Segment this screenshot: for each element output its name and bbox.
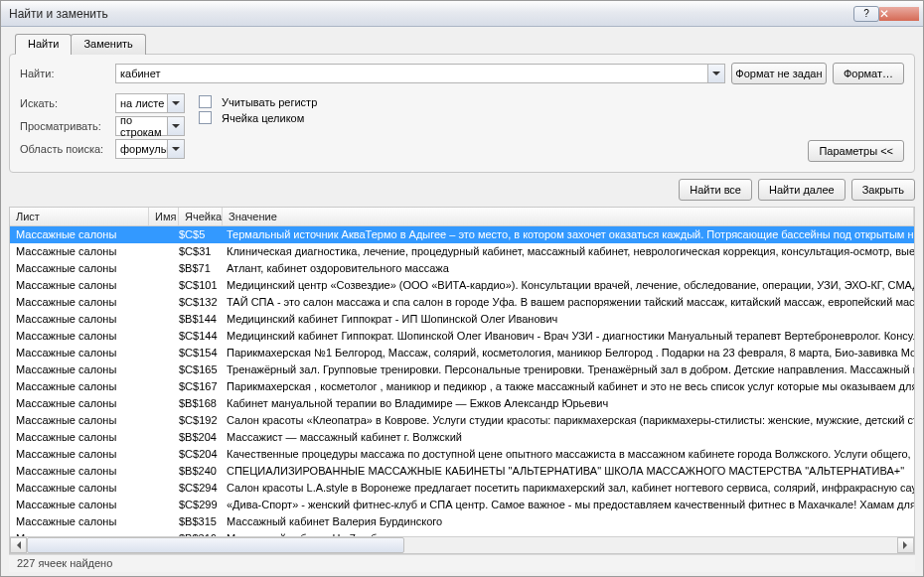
result-name <box>149 395 179 411</box>
result-value: Парикмахерская №1 Белгород, Массаж, соля… <box>223 345 914 361</box>
result-cell: $C$31 <box>179 243 223 259</box>
result-cell: $C$204 <box>179 446 223 462</box>
result-row[interactable]: Массажные салоны$B$144Медицинский кабине… <box>10 311 914 328</box>
close-button[interactable]: Закрыть <box>851 179 915 201</box>
result-row[interactable]: Массажные салоны$C$299«Дива-Спорт» - жен… <box>10 497 914 513</box>
result-cell: $B$240 <box>179 463 223 479</box>
tab-replace[interactable]: Заменить <box>71 34 145 55</box>
result-sheet: Массажные салоны <box>10 395 149 411</box>
match-case-checkbox[interactable] <box>199 95 212 108</box>
search-direction-select[interactable]: по строкам <box>115 116 185 136</box>
result-sheet: Массажные салоны <box>10 463 149 479</box>
whole-cell-label: Ячейка целиком <box>222 112 304 124</box>
close-window-button[interactable]: ✕ <box>879 7 919 21</box>
result-row[interactable]: Массажные салоны$C$132ТАЙ СПА - это сало… <box>10 294 914 311</box>
result-cell: $C$192 <box>179 412 223 428</box>
result-value: Качественные процедуры массажа по доступ… <box>223 446 914 462</box>
result-cell: $C$132 <box>179 294 223 310</box>
result-value: Медицинский центр «Созвездие» (ООО «ВИТА… <box>223 277 914 293</box>
search-direction-value: по строкам <box>120 114 166 138</box>
result-name <box>149 243 179 259</box>
result-name <box>149 345 179 361</box>
search-direction-label: Просматривать: <box>20 120 109 132</box>
result-value: Тренажёрный зал. Групповые тренировки. П… <box>223 361 914 377</box>
result-row[interactable]: Массажные салоны$C$294Салон красоты L.A.… <box>10 480 914 497</box>
find-input[interactable]: кабинет <box>115 64 725 83</box>
horizontal-scrollbar[interactable] <box>10 536 914 553</box>
result-name <box>149 429 179 445</box>
result-row[interactable]: Массажные салоны$C$192Салон красоты «Кле… <box>10 412 914 429</box>
status-bar: 227 ячеек найдено <box>9 554 915 572</box>
col-value[interactable]: Значение <box>223 208 914 225</box>
chevron-down-icon[interactable] <box>167 140 184 158</box>
look-in-label: Область поиска: <box>20 143 109 155</box>
result-cell: $C$165 <box>179 361 223 377</box>
result-sheet: Массажные салоны <box>10 277 149 293</box>
result-row[interactable]: Массажные салоны$C$165Тренажёрный зал. Г… <box>10 361 914 378</box>
result-sheet: Массажные салоны <box>10 361 149 377</box>
result-row[interactable]: Массажные салоны$B$315Массажный кабинет … <box>10 513 914 530</box>
chevron-down-icon[interactable] <box>167 117 184 135</box>
result-value: Салон красоты «Клеопатра» в Коврове. Усл… <box>223 412 914 428</box>
find-input-value: кабинет <box>120 68 160 79</box>
result-value: Массажный кабинет Валерия Бурдинского <box>223 513 914 529</box>
help-button[interactable]: ? <box>853 6 879 22</box>
look-in-select[interactable]: формулы <box>115 139 185 159</box>
col-sheet[interactable]: Лист <box>10 208 149 225</box>
result-row[interactable]: Массажные салоны$C$144Медицинский кабине… <box>10 328 914 345</box>
tab-find[interactable]: Найти <box>15 34 72 55</box>
result-sheet: Массажные салоны <box>10 446 149 462</box>
result-sheet: Массажные салоны <box>10 260 149 276</box>
result-row[interactable]: Массажные салоны$B$168Кабинет мануальной… <box>10 395 914 412</box>
scroll-right-icon[interactable] <box>897 537 914 553</box>
result-name <box>149 497 179 512</box>
find-next-button[interactable]: Найти далее <box>758 179 846 201</box>
result-sheet: Массажные салоны <box>10 311 149 327</box>
result-cell: $B$204 <box>179 429 223 445</box>
find-all-button[interactable]: Найти все <box>679 179 752 201</box>
result-row[interactable]: Массажные салоны$C$31Клиническая диагнос… <box>10 243 914 260</box>
result-sheet: Массажные салоны <box>10 497 149 512</box>
find-label: Найти: <box>20 68 109 79</box>
result-cell: $C$5 <box>179 226 223 242</box>
result-value: Клиническая диагностика, лечение, процед… <box>223 243 914 259</box>
result-sheet: Массажные салоны <box>10 294 149 310</box>
result-row[interactable]: Массажные салоны$B$71Атлант, кабинет озд… <box>10 260 914 277</box>
options-toggle-button[interactable]: Параметры << <box>808 140 904 162</box>
scroll-thumb[interactable] <box>27 537 404 553</box>
result-row[interactable]: Массажные салоны$B$240СПЕЦИАЛИЗИРОВАННЫЕ… <box>10 463 914 480</box>
format-preview-button[interactable]: Формат не задан <box>731 63 827 84</box>
result-sheet: Массажные салоны <box>10 378 149 394</box>
find-dropdown[interactable] <box>707 65 724 82</box>
col-name[interactable]: Имя <box>149 208 179 225</box>
look-in-value: формулы <box>120 143 169 155</box>
result-sheet: Массажные салоны <box>10 243 149 259</box>
result-row[interactable]: Массажные салоны$B$204Массажист — массаж… <box>10 429 914 446</box>
match-case-label: Учитывать регистр <box>222 96 317 108</box>
result-value: Кабинет мануальной терапии во Владимире … <box>223 395 914 411</box>
result-row[interactable]: Массажные салоны$C$154Парикмахерская №1 … <box>10 345 914 361</box>
result-value: Парикмахерская , косметолог , маникюр и … <box>223 378 914 394</box>
search-target-value: на листе <box>120 97 164 109</box>
result-row[interactable]: Массажные салоны$C$167Парикмахерская , к… <box>10 378 914 395</box>
result-name <box>149 277 179 293</box>
result-row[interactable]: Массажные салоны$C$204Качественные проце… <box>10 446 914 463</box>
result-cell: $C$101 <box>179 277 223 293</box>
col-cell[interactable]: Ячейка <box>179 208 223 225</box>
result-value: СПЕЦИАЛИЗИРОВАННЫЕ МАССАЖНЫЕ КАБИНЕТЫ "А… <box>223 463 914 479</box>
scroll-left-icon[interactable] <box>10 537 27 553</box>
result-value: Атлант, кабинет оздоровительного массажа <box>223 260 914 276</box>
result-value: Медицинский кабинет Гиппократ. Шопинской… <box>223 328 914 344</box>
result-sheet: Массажные салоны <box>10 345 149 361</box>
result-value: «Дива-Спорт» - женский фитнес-клуб и СПА… <box>223 497 914 512</box>
window-title: Найти и заменить <box>5 7 851 21</box>
search-target-select[interactable]: на листе <box>115 93 185 113</box>
whole-cell-checkbox[interactable] <box>199 111 212 124</box>
result-sheet: Массажные салоны <box>10 226 149 242</box>
result-row[interactable]: Массажные салоны$C$101Медицинский центр … <box>10 277 914 294</box>
result-row[interactable]: Массажные салоны$C$5Термальный источник … <box>10 226 914 243</box>
format-button[interactable]: Формат… <box>833 63 904 84</box>
result-cell: $B$168 <box>179 395 223 411</box>
result-cell: $B$315 <box>179 513 223 529</box>
chevron-down-icon[interactable] <box>167 94 184 112</box>
